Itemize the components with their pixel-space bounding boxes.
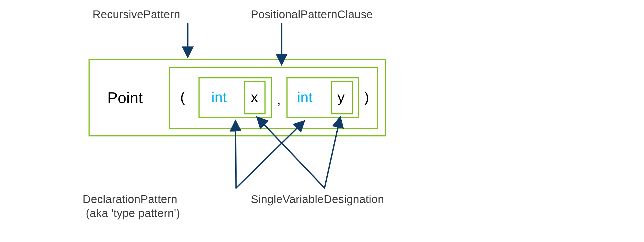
- token-x: x: [251, 89, 258, 105]
- label-single-variable-designation: SingleVariableDesignation: [251, 193, 384, 206]
- label-declaration-pattern-sub: (aka 'type pattern'): [83, 207, 180, 220]
- token-int-2: int: [297, 89, 312, 105]
- label-declaration-pattern: DeclarationPattern: [83, 193, 177, 206]
- label-positional-pattern-clause: PositionalPatternClause: [251, 8, 373, 21]
- token-int-1: int: [211, 89, 227, 105]
- diagram-stage: RecursivePattern PositionalPatternClause…: [0, 0, 644, 242]
- token-y: y: [337, 89, 345, 105]
- token-comma: ,: [277, 91, 281, 107]
- label-recursive-pattern: RecursivePattern: [93, 8, 180, 21]
- token-point: Point: [107, 89, 143, 107]
- token-rparen: ): [364, 89, 369, 105]
- token-lparen: (: [180, 89, 185, 105]
